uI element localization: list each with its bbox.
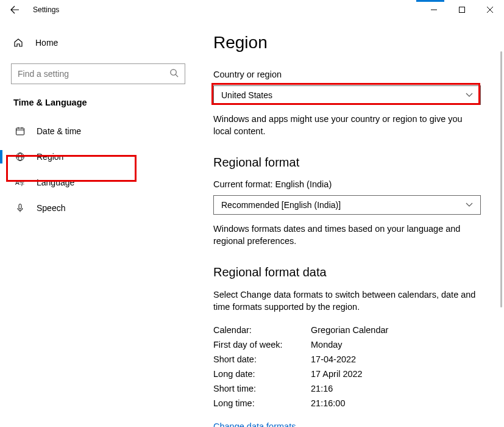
sidebar-item-label: Region xyxy=(37,152,63,162)
maximize-icon xyxy=(459,7,465,13)
search-icon xyxy=(169,68,179,80)
chevron-down-icon xyxy=(466,92,473,99)
close-icon xyxy=(487,7,493,13)
format-data-help-text: Select Change data formats to switch bet… xyxy=(213,289,482,313)
home-label: Home xyxy=(35,38,58,48)
search-input[interactable] xyxy=(18,69,169,79)
search-input-wrap[interactable] xyxy=(11,63,185,84)
svg-rect-15 xyxy=(19,204,21,209)
regional-format-dropdown[interactable]: Recommended [English (India)] xyxy=(213,195,481,215)
country-dropdown[interactable]: United States xyxy=(213,85,481,105)
format-row-longdate: Long date: 17 April 2022 xyxy=(213,367,482,381)
sidebar-item-label: Language xyxy=(37,178,74,187)
format-value: 17 April 2022 xyxy=(311,369,363,379)
sidebar-item-region[interactable]: Region xyxy=(0,144,196,170)
sidebar-item-speech[interactable]: Speech xyxy=(0,195,196,221)
svg-rect-6 xyxy=(16,128,24,135)
svg-rect-1 xyxy=(460,7,465,13)
minimize-button[interactable] xyxy=(420,0,448,20)
globe-icon xyxy=(15,152,26,162)
sidebar-item-date-time[interactable]: Date & time xyxy=(0,118,196,144)
country-help-text: Windows and apps might use your country … xyxy=(213,113,482,137)
regional-format-heading: Regional format xyxy=(213,156,482,170)
current-format-label: Current format: English (India) xyxy=(213,179,482,189)
format-data-grid: Calendar: Gregorian Calendar First day o… xyxy=(213,323,482,411)
format-key: Calendar: xyxy=(213,325,311,335)
format-value: Monday xyxy=(311,340,343,350)
calendar-clock-icon xyxy=(15,126,26,136)
home-icon xyxy=(13,38,26,48)
format-value: Gregorian Calendar xyxy=(311,325,388,335)
country-label: Country or region xyxy=(213,70,482,79)
format-row-shortdate: Short date: 17-04-2022 xyxy=(213,352,482,367)
format-value: 21:16 xyxy=(311,384,333,393)
format-value: 21:16:00 xyxy=(311,398,345,408)
format-row-shorttime: Short time: 21:16 xyxy=(213,381,482,396)
microphone-icon xyxy=(15,203,26,213)
format-help-text: Windows formats dates and times based on… xyxy=(213,223,482,247)
change-data-formats-link[interactable]: Change data formats xyxy=(213,422,296,427)
titlebar: Settings xyxy=(0,0,504,20)
format-key: Long date: xyxy=(213,369,311,379)
country-dropdown-value: United States xyxy=(221,90,272,100)
svg-point-4 xyxy=(171,69,176,74)
minimize-icon xyxy=(431,7,437,13)
language-icon: A字 xyxy=(15,178,26,187)
sidebar-item-label: Speech xyxy=(37,203,65,213)
close-button[interactable] xyxy=(476,0,504,20)
chevron-down-icon xyxy=(466,201,473,209)
sidebar-section-title: Time & Language xyxy=(0,98,196,118)
back-button[interactable] xyxy=(0,0,29,20)
maximize-button[interactable] xyxy=(448,0,476,20)
main-content: Region Country or region United States W… xyxy=(196,20,504,427)
scrollbar-thumb[interactable] xyxy=(500,51,502,307)
format-key: Short date: xyxy=(213,354,311,364)
format-row-calendar: Calendar: Gregorian Calendar xyxy=(213,323,482,337)
svg-text:A: A xyxy=(15,179,20,186)
sidebar-item-language[interactable]: A字 Language xyxy=(0,170,196,195)
active-app-accent xyxy=(416,0,444,2)
format-key: Short time: xyxy=(213,384,311,393)
sidebar-item-label: Date & time xyxy=(37,126,81,136)
sidebar-nav: Date & time Region A字 Language Speech xyxy=(0,118,196,221)
format-key: First day of week: xyxy=(213,340,311,350)
svg-line-5 xyxy=(176,74,178,77)
sidebar: Home Time & Language Date & time Region xyxy=(0,20,196,427)
format-key: Long time: xyxy=(213,398,311,408)
svg-text:字: 字 xyxy=(20,181,24,187)
home-nav-item[interactable]: Home xyxy=(0,30,196,55)
format-row-longtime: Long time: 21:16:00 xyxy=(213,396,482,411)
arrow-left-icon xyxy=(10,5,20,15)
format-row-firstday: First day of week: Monday xyxy=(213,337,482,352)
format-value: 17-04-2022 xyxy=(311,354,356,364)
regional-format-data-heading: Regional format data xyxy=(213,265,482,279)
page-title: Region xyxy=(213,33,482,52)
regional-format-value: Recommended [English (India)] xyxy=(221,200,341,210)
window-title: Settings xyxy=(29,5,59,14)
